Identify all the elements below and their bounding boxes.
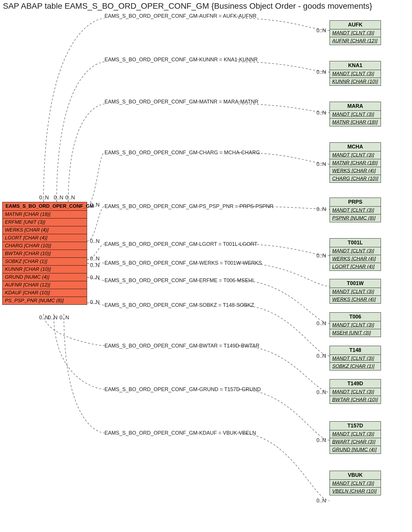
relationship-label: EAMS_S_BO_ORD_OPER_CONF_GM-ERFME = T006-… [105,277,253,284]
main-entity-table: EAMS_S_BO_ORD_OPER_CONF_GM MATNR [CHAR (… [2,202,87,305]
cardinality-mid-4: 0..N [90,275,100,281]
main-field: CHARG [CHAR (10)] [3,242,87,250]
target-field: VBELN [CHAR (10)] [330,488,381,495]
cardinality-bot-0: 0..N [39,315,49,321]
cardinality-target: 0..N [316,206,326,212]
target-entity-header: VBUK [330,471,381,480]
target-entity-T001W: T001WMANDT [CLNT (3)]WERKS [CHAR (4)] [330,279,381,304]
cardinality-target: 0..N [316,28,326,34]
main-field: ERFME [UNIT (3)] [3,218,87,226]
cardinality-mid-5: 0..N [90,299,100,305]
cardinality-bot-1: 0..N [48,315,57,321]
target-field: CHARG [CHAR (10)] [330,175,381,182]
target-entity-header: KNA1 [330,61,381,70]
cardinality-top-0: 0..N [39,195,49,201]
target-entity-header: T149D [330,379,381,388]
relationship-label: EAMS_S_BO_ORD_OPER_CONF_GM-KUNNR = KNA1-… [105,57,258,63]
target-field: PSPNR [NUMC (8)] [330,214,381,222]
main-field: PS_PSP_PNR [NUMC (8)] [3,297,87,304]
target-field: MANDT [CLNT (3)] [330,321,381,329]
target-entity-VBUK: VBUKMANDT [CLNT (3)]VBELN [CHAR (10)] [330,471,381,495]
target-entity-KNA1: KNA1MANDT [CLNT (3)]KUNNR [CHAR (10)] [330,61,381,86]
target-entity-T149D: T149DMANDT [CLNT (3)]BWTAR [CHAR (10)] [330,379,381,404]
target-field: MANDT [CLNT (3)] [330,288,381,296]
main-field: KUNNR [CHAR (10)] [3,266,87,273]
cardinality-target: 0..N [316,253,326,259]
main-field: BWTAR [CHAR (10)] [3,250,87,258]
relationship-label: EAMS_S_BO_ORD_OPER_CONF_GM-CHARG = MCHA-… [105,150,260,156]
cardinality-target: 0..N [316,161,326,167]
cardinality-top-1: 0..N [54,195,63,201]
main-field: WERKS [CHAR (4)] [3,226,87,234]
target-field: GRUND [NUMC (4)] [330,446,381,454]
cardinality-mid-3: 0..N [90,262,100,268]
target-entity-T001L: T001LMANDT [CLNT (3)]WERKS [CHAR (4)]LGO… [330,238,381,271]
target-field: MANDT [CLNT (3)] [330,207,381,214]
cardinality-target: 0..N [316,389,326,395]
target-field: MANDT [CLNT (3)] [330,29,381,37]
relationship-label: EAMS_S_BO_ORD_OPER_CONF_GM-LGORT = T001L… [105,241,257,247]
target-field: MANDT [CLNT (3)] [330,247,381,255]
cardinality-mid-0: 0..N [90,202,100,208]
relationship-label: EAMS_S_BO_ORD_OPER_CONF_GM-GRUND = T157D… [105,386,261,393]
target-entity-header: T148 [330,346,381,355]
cardinality-target: 0..N [316,110,326,116]
cardinality-target: 0..N [316,69,326,75]
target-entity-AUFK: AUFKMANDT [CLNT (3)]AUFNR [CHAR (12)] [330,20,381,45]
relationship-label: EAMS_S_BO_ORD_OPER_CONF_GM-KDAUF = VBUK-… [105,430,256,436]
relationship-label: EAMS_S_BO_ORD_OPER_CONF_GM-PS_PSP_PNR = … [105,203,274,209]
target-field: MATNR [CHAR (18)] [330,119,381,126]
target-field: LGORT [CHAR (4)] [330,263,381,271]
target-field: WERKS [CHAR (4)] [330,255,381,263]
target-field: MATNR [CHAR (18)] [330,159,381,167]
target-field: MANDT [CLNT (3)] [330,430,381,438]
target-field: MSEHI [UNIT (3)] [330,329,381,337]
target-entity-header: AUFK [330,21,381,29]
main-field: GRUND [NUMC (4)] [3,273,87,281]
main-field: SOBKZ [CHAR (1)] [3,258,87,266]
target-entity-T006: T006MANDT [CLNT (3)]MSEHI [UNIT (3)] [330,312,381,337]
target-entity-header: MCHA [330,143,381,151]
target-entity-header: T157D [330,422,381,430]
target-entity-T148: T148MANDT [CLNT (3)]SOBKZ [CHAR (1)] [330,346,381,370]
target-entity-header: T001L [330,239,381,247]
cardinality-target: 0..N [316,353,326,359]
cardinality-bot-2: 0..N [60,315,69,321]
target-field: MANDT [CLNT (3)] [330,355,381,363]
cardinality-target: 0..N [316,498,326,504]
cardinality-top-2: 0..N [65,195,75,201]
target-field: MANDT [CLNT (3)] [330,111,381,119]
target-field: MANDT [CLNT (3)] [330,480,381,488]
cardinality-mid-2: 0..N [90,256,100,262]
target-field: MANDT [CLNT (3)] [330,151,381,159]
relationship-label: EAMS_S_BO_ORD_OPER_CONF_GM-WERKS = T001W… [105,260,262,266]
target-entity-header: T006 [330,313,381,321]
target-field: KUNNR [CHAR (10)] [330,78,381,85]
target-entity-PRPS: PRPSMANDT [CLNT (3)]PSPNR [NUMC (8)] [330,198,381,222]
target-field: BWTAR [CHAR (10)] [330,396,381,404]
cardinality-target: 0..N [316,437,326,443]
relationship-label: EAMS_S_BO_ORD_OPER_CONF_GM-AUFNR = AUFK-… [105,13,257,19]
target-field: WERKS [CHAR (4)] [330,167,381,175]
target-entity-MARA: MARAMANDT [CLNT (3)]MATNR [CHAR (18)] [330,102,381,126]
target-field: BWART [CHAR (3)] [330,438,381,446]
target-entity-T157D: T157DMANDT [CLNT (3)]BWART [CHAR (3)]GRU… [330,421,381,454]
cardinality-mid-1: 0..N [90,238,100,244]
relationship-label: EAMS_S_BO_ORD_OPER_CONF_GM-BWTAR = T149D… [105,343,260,349]
main-field: KDAUF [CHAR (10)] [3,289,87,297]
target-entity-header: T001W [330,279,381,288]
target-field: MANDT [CLNT (3)] [330,388,381,396]
main-field: MATNR [CHAR (18)] [3,211,87,218]
target-field: MANDT [CLNT (3)] [330,70,381,78]
target-field: WERKS [CHAR (4)] [330,296,381,303]
target-field: SOBKZ [CHAR (1)] [330,363,381,370]
target-field: AUFNR [CHAR (12)] [330,37,381,45]
relationship-label: EAMS_S_BO_ORD_OPER_CONF_GM-SOBKZ = T148-… [105,302,254,308]
relationship-label: EAMS_S_BO_ORD_OPER_CONF_GM-MATNR = MARA-… [105,99,258,105]
main-entity-header: EAMS_S_BO_ORD_OPER_CONF_GM [3,202,87,211]
target-entity-MCHA: MCHAMANDT [CLNT (3)]MATNR [CHAR (18)]WER… [330,142,381,183]
target-entity-header: MARA [330,102,381,111]
main-field: LGORT [CHAR (4)] [3,234,87,242]
cardinality-target: 0..N [316,320,326,327]
target-entity-header: PRPS [330,198,381,207]
